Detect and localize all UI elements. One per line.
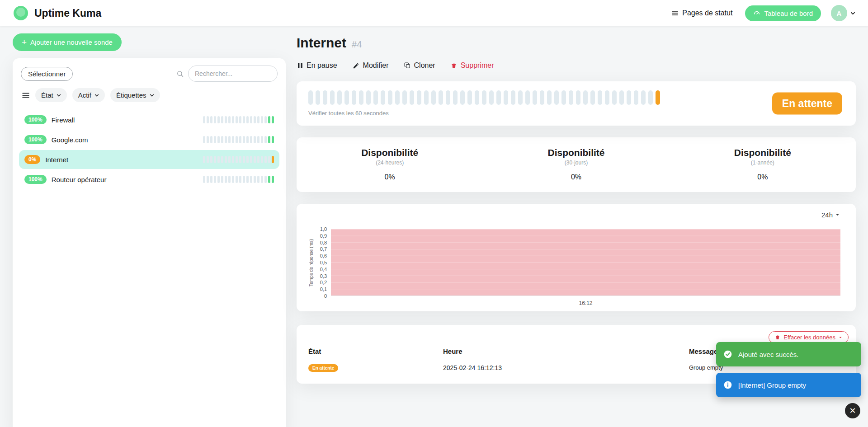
gauge-icon [753,9,760,17]
main-layout: + Ajouter une nouvelle sonde Sélectionne… [0,26,868,427]
dashboard-button[interactable]: Tableau de bord [745,5,821,21]
chart-plot-area: 16:12 [331,229,840,296]
availability-period: (1-année) [670,160,856,166]
add-monitor-button[interactable]: + Ajouter une nouvelle sonde [13,33,122,51]
chart-down-region [331,229,840,296]
table-row-time: 2025-02-24 16:12:13 [443,364,689,371]
uptime-badge: 100% [24,175,47,184]
edit-button[interactable]: Modifier [352,60,390,71]
toast-close-button[interactable]: ✕ [845,403,860,418]
monitor-list-item-google[interactable]: 100% Google.com [19,130,279,149]
uptime-badge: 100% [24,135,47,144]
filter-state[interactable]: État [35,88,67,102]
filter-active[interactable]: Actif [72,88,105,102]
trash-icon [451,62,457,69]
status-pages-link[interactable]: Pages de statut [669,9,735,18]
chart-period-label: 24h [821,211,833,219]
monitor-id: #4 [352,39,362,50]
filter-list-icon[interactable] [22,91,30,99]
title-row: Internet #4 [297,35,856,51]
status-pages-label: Pages de statut [682,9,732,17]
response-time-chart: Temps de réponse (ms) 1,00,90,80,70,60,5… [307,229,840,296]
response-time-chart-card: 24h Temps de réponse (ms) 1,00,90,80,70,… [297,204,856,311]
check-interval-text: Vérifier toutes les 60 secondes [308,110,844,117]
pause-button[interactable]: En pause [297,60,338,71]
app-logo-icon [13,5,29,21]
monitor-name: Firewall [52,116,75,124]
availability-period: (24-heures) [297,160,483,166]
monitor-name: Google.com [52,136,88,144]
filter-state-label: État [41,91,53,99]
filter-tags[interactable]: Étiquettes [110,88,160,102]
table-row-status: En attente [308,363,443,372]
page-title: Internet [297,35,346,51]
monitor-list-card: Sélectionner État [13,58,286,427]
dashboard-label: Tableau de bord [764,9,813,17]
uptime-badge: 100% [24,115,47,124]
toast-success-message: Ajouté avec succès. [738,351,798,358]
edit-icon [353,62,359,69]
chart-y-axis-title: Temps de réponse (ms) [307,229,315,296]
delete-button[interactable]: Supprimer [450,60,495,71]
monitor-name: Internet [45,156,68,164]
clone-label: Cloner [414,61,435,70]
chevron-down-icon [850,11,855,16]
chevron-down-icon [57,93,61,98]
close-icon: ✕ [849,407,856,415]
availability-value: 0% [670,173,856,181]
heartbeat-bar [203,176,274,183]
availability-value: 0% [483,173,669,181]
chart-x-tick: 16:12 [579,300,592,306]
monitor-list-item-internet[interactable]: 0% Internet [19,150,279,169]
nav-right: Pages de statut Tableau de bord A [669,5,855,21]
toast-info-message: [Internet] Group empty [738,381,806,389]
availability-1y: Disponibilité (1-année) 0% [670,147,856,181]
availability-title: Disponibilité [483,147,669,158]
availability-24h: Disponibilité (24-heures) 0% [297,147,483,181]
search-input[interactable] [188,66,278,82]
select-button[interactable]: Sélectionner [21,67,73,81]
availability-title: Disponibilité [670,147,856,158]
clear-data-label: Effacer les données [783,334,835,341]
avatar: A [831,5,847,21]
pause-label: En pause [307,61,337,70]
info-circle-icon [723,380,732,389]
action-row: En pause Modifier Cloner [297,60,856,71]
search-icon [176,70,184,78]
status-badge: En attente [772,93,842,115]
chevron-down-icon [94,93,99,98]
column-header-time: Heure [443,347,689,355]
clone-button[interactable]: Cloner [403,60,436,71]
uptime-badge: 0% [24,155,40,164]
column-header-state: État [308,347,443,355]
availability-period: (30-jours) [483,160,669,166]
clone-icon [404,62,410,69]
monitor-sidebar: + Ajouter une nouvelle sonde Sélectionne… [13,33,286,427]
heartbeat-bar-large [308,90,844,105]
user-menu[interactable]: A [831,5,855,21]
toast-success[interactable]: Ajouté avec succès. [716,342,861,366]
add-monitor-label: Ajouter une nouvelle sonde [30,38,113,46]
monitor-name: Routeur opérateur [52,176,107,183]
heartbeat-bar [203,136,274,143]
availability-title: Disponibilité [297,147,483,158]
search-group [176,66,278,82]
filter-row: État Actif Étiquettes [22,88,278,102]
monitor-detail: Internet #4 En pause Modifier [297,33,856,384]
clear-data-button[interactable]: Effacer les données [769,331,849,343]
monitor-list-item-firewall[interactable]: 100% Firewall [19,110,279,129]
caret-down-icon [839,336,842,339]
delete-label: Supprimer [461,61,494,70]
brand[interactable]: Uptime Kuma [13,5,101,21]
event-status-badge: En attente [308,364,338,372]
toast-info[interactable]: [Internet] Group empty [716,373,861,397]
monitor-list-item-routeur[interactable]: 100% Routeur opérateur [19,170,279,189]
uptime-kuma-app: Uptime Kuma Pages de statut Tableau de b… [0,0,868,427]
check-circle-icon [723,350,732,359]
app-title: Uptime Kuma [34,7,101,19]
availability-card: Disponibilité (24-heures) 0% Disponibili… [297,137,856,192]
status-card: Vérifier toutes les 60 secondes En atten… [297,81,856,126]
plus-icon: + [22,38,27,47]
trash-icon [775,334,780,340]
chart-period-selector[interactable]: 24h [821,211,840,219]
